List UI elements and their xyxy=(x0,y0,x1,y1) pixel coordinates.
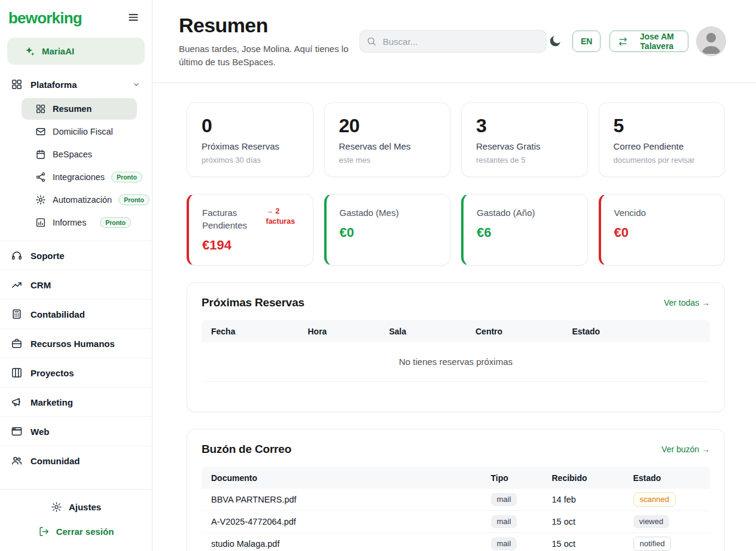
module-label: Web xyxy=(31,427,49,437)
gear-icon xyxy=(35,194,46,205)
mailbox-row[interactable]: BBVA PARTNERS.pdf mail 14 feb scanned xyxy=(202,489,710,511)
finance-card-facturas-pendientes: Facturas Pendientes → 2 facturas €194 xyxy=(187,194,313,266)
mailbox-row[interactable]: studio Malaga.pdf mail 15 oct notified xyxy=(202,533,710,551)
users-icon xyxy=(11,455,23,467)
sidebar-item-maria-ai[interactable]: MariaAI xyxy=(7,38,145,65)
col-tipo: Tipo xyxy=(481,473,542,483)
module-label: Marketing xyxy=(31,397,73,407)
view-all-reservations-link[interactable]: Ver todas → xyxy=(664,298,710,308)
reservations-empty-state: No tienes reservas próximas xyxy=(202,342,710,382)
stat-subtext: restantes de 5 xyxy=(476,156,573,165)
stat-value: 20 xyxy=(339,115,436,137)
col-sala: Sala xyxy=(380,327,467,336)
moon-icon xyxy=(548,34,562,48)
logout-button[interactable]: Cerrar sesión xyxy=(31,519,121,544)
subitem-label: Domicilio Fiscal xyxy=(53,127,113,136)
module-label: Proyectos xyxy=(31,368,74,378)
sidebar-header: beworking xyxy=(0,0,152,33)
stat-label: Reservas del Mes xyxy=(339,141,436,151)
finance-label: Vencido xyxy=(614,206,646,219)
bar-chart-icon xyxy=(35,217,46,228)
mailbox-row[interactable]: A-V2025-4772064.pdf mail 15 oct viewed xyxy=(202,511,710,533)
pronto-badge: Pronto xyxy=(118,194,150,205)
platform-subitems: Resumen Domicilio Fiscal BeSpaces Integr… xyxy=(0,97,152,235)
greeting-text: Buenas tardes, Jose Molina. Aquí tienes … xyxy=(179,42,349,69)
sidebar-item-recursos-humanos[interactable]: Recursos Humanos xyxy=(0,328,152,358)
finance-value: €0 xyxy=(340,225,438,241)
module-label: CRM xyxy=(31,280,51,290)
calendar-icon xyxy=(35,149,46,160)
settings-button[interactable]: Ajustes xyxy=(44,495,108,519)
user-avatar[interactable] xyxy=(697,28,725,55)
swap-arrows-icon xyxy=(618,36,628,47)
stat-label: Correo Pendiente xyxy=(614,141,711,151)
col-centro: Centro xyxy=(466,327,563,336)
status-badge: scanned xyxy=(633,492,676,507)
finance-value: €0 xyxy=(614,225,713,241)
view-mailbox-link[interactable]: Ver buzón → xyxy=(662,445,710,454)
sidebar-item-contabilidad[interactable]: Contabilidad xyxy=(0,299,152,328)
stat-value: 0 xyxy=(202,115,298,137)
received-date: 14 feb xyxy=(542,495,624,504)
language-button[interactable]: EN xyxy=(572,31,600,52)
type-badge: mail xyxy=(491,493,517,507)
stat-label: Próximas Reservas xyxy=(202,141,298,151)
language-label: EN xyxy=(581,36,592,46)
type-badge: mail xyxy=(491,515,517,529)
sidebar-item-comunidad[interactable]: Comunidad xyxy=(0,446,152,475)
subitem-label: Automatización xyxy=(53,195,112,205)
sidebar-item-bespaces[interactable]: BeSpaces xyxy=(22,144,137,165)
subitem-label: Integraciones xyxy=(53,172,105,182)
search-icon xyxy=(366,36,377,47)
sidebar-item-web[interactable]: Web xyxy=(0,416,152,446)
stat-card-reservas-del-mes: 20 Reservas del Mes este mes xyxy=(324,102,451,177)
document-name: BBVA PARTNERS.pdf xyxy=(202,495,481,504)
logout-label: Cerrar sesión xyxy=(56,526,114,537)
dark-mode-toggle[interactable] xyxy=(547,33,563,50)
sidebar-item-crm[interactable]: CRM xyxy=(0,270,152,299)
finance-row: Facturas Pendientes → 2 facturas €194 Ga… xyxy=(187,194,725,266)
chevron-down-icon xyxy=(132,80,141,89)
stat-label: Reservas Gratis xyxy=(476,141,573,151)
sidebar-modules: Soporte CRM Contabilidad Recursos Humano… xyxy=(0,241,152,475)
subitem-label: Resumen xyxy=(53,104,92,114)
module-label: Comunidad xyxy=(31,456,80,466)
account-switcher-button[interactable]: Jose AM Talavera xyxy=(609,31,688,52)
stat-card-reservas-gratis: 3 Reservas Gratis restantes de 5 xyxy=(461,102,588,177)
briefcase-icon xyxy=(11,337,23,349)
trending-up-icon xyxy=(11,279,23,291)
sidebar-item-integraciones[interactable]: Integraciones Pronto xyxy=(22,166,137,188)
col-fecha: Fecha xyxy=(202,327,298,336)
app-root: beworking MariaAI Plataforma Resumen xyxy=(0,0,756,551)
mailbox-title: Buzón de Correo xyxy=(202,443,291,456)
stat-card-correo-pendiente: 5 Correo Pendiente documentos por revisa… xyxy=(599,102,725,177)
finance-note: → 2 facturas xyxy=(266,206,301,232)
sidebar-item-proyectos[interactable]: Proyectos xyxy=(0,358,152,387)
share-nodes-icon xyxy=(35,172,46,182)
sidebar-item-marketing[interactable]: Marketing xyxy=(0,387,152,416)
title-block: Resumen Buenas tardes, Jose Molina. Aquí… xyxy=(179,14,359,69)
sparkles-icon xyxy=(24,45,35,57)
col-recibido: Recibido xyxy=(542,473,624,483)
document-name: A-V2025-4772064.pdf xyxy=(202,517,481,526)
main-area: Resumen Buenas tardes, Jose Molina. Aquí… xyxy=(153,0,756,551)
sidebar-footer: Ajustes Cerrar sesión xyxy=(0,489,152,551)
finance-value: €6 xyxy=(477,225,575,241)
col-documento: Documento xyxy=(202,473,481,483)
col-hora: Hora xyxy=(298,327,380,336)
finance-card-vencido: Vencido €0 xyxy=(599,194,725,266)
sidebar-item-informes[interactable]: Informes Pronto xyxy=(22,212,137,233)
search-input[interactable] xyxy=(359,30,547,53)
page-title: Resumen xyxy=(179,14,359,37)
sidebar-item-resumen[interactable]: Resumen xyxy=(22,98,137,120)
finance-label: Gastado (Año) xyxy=(477,206,535,219)
account-name: Jose AM Talavera xyxy=(633,32,680,51)
sidebar-item-soporte[interactable]: Soporte xyxy=(0,241,152,270)
sidebar-item-automatizacion[interactable]: Automatización Pronto xyxy=(22,189,137,211)
kanban-icon xyxy=(11,367,23,379)
hamburger-menu-icon[interactable] xyxy=(124,8,142,28)
stat-subtext: próximos 30 días xyxy=(202,156,298,165)
sidebar-section-plataforma[interactable]: Plataforma xyxy=(0,72,152,97)
sidebar-item-domicilio-fiscal[interactable]: Domicilio Fiscal xyxy=(22,121,137,142)
module-label: Recursos Humanos xyxy=(31,339,115,349)
